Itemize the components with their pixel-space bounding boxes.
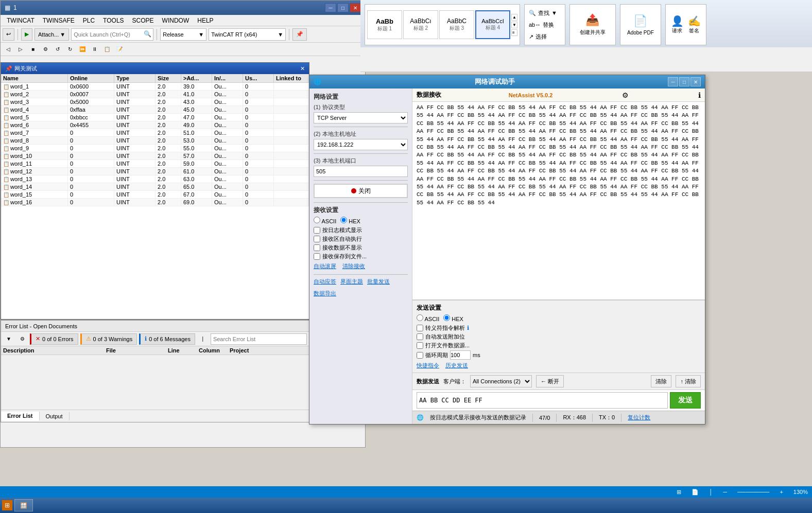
table-row[interactable]: 📋word_10 0 UINT 2.0 57.0 Ou... 0: [1, 152, 309, 160]
send-ascii-radio[interactable]: [417, 314, 423, 321]
local-host-select[interactable]: 192.168.1.222: [314, 139, 408, 150]
table-row[interactable]: 📋word_6 0x4455 UINT 2.0 49.0 Ou... 0: [1, 121, 309, 129]
clear-btn[interactable]: 清除: [651, 375, 671, 387]
recv-log-cb[interactable]: [314, 227, 320, 234]
menu-scope[interactable]: SCOPE: [128, 16, 158, 25]
reset-count-link[interactable]: 复位计数: [628, 414, 650, 421]
create-share-label[interactable]: 创建并共享: [580, 29, 606, 36]
table-row[interactable]: 📋word_12 0 UINT 2.0 61.0 Ou... 0: [1, 168, 309, 175]
table-row[interactable]: 📋word_3 0x5000 UINT 2.0 43.0 Ou... 0: [1, 98, 309, 106]
table-row[interactable]: 📋word_16 0 UINT 2.0 69.0 Ou... 0: [1, 199, 309, 206]
zoom-slider[interactable]: ────────: [737, 489, 769, 495]
zoom-plus[interactable]: +: [780, 489, 783, 495]
send-ascii-label[interactable]: ASCII: [417, 314, 439, 322]
na-max-btn[interactable]: □: [679, 77, 689, 86]
local-port-input[interactable]: [314, 166, 408, 177]
table-row[interactable]: 📋word_13 0 UINT 2.0 63.0 Ou... 0: [1, 175, 309, 183]
na-min-btn[interactable]: ─: [668, 77, 678, 86]
build-btn[interactable]: ⚙: [40, 44, 51, 55]
data-out-link[interactable]: 数据导出: [314, 290, 336, 297]
menu-twincat[interactable]: TWINCAT: [3, 16, 39, 25]
select-btn[interactable]: ↗ 选择: [527, 32, 563, 42]
tab-output[interactable]: Output: [40, 412, 70, 420]
zoom-minus[interactable]: ─: [723, 489, 727, 495]
menu-plc[interactable]: PLC: [79, 16, 99, 25]
errors-filter-btn[interactable]: ✕ 0 of 0 Errors: [30, 333, 78, 345]
replace-btn[interactable]: ab↔ 替换: [527, 20, 563, 30]
style-heading4[interactable]: AaBbCcI 标题 4: [475, 10, 510, 39]
restore-btn[interactable]: □: [337, 3, 349, 12]
clear2-btn[interactable]: ↑ 清除: [676, 375, 701, 387]
request-label[interactable]: 请求: [672, 27, 682, 34]
ui-theme-link[interactable]: 界面主题: [340, 278, 363, 286]
recv-auto-exec-cb[interactable]: [314, 236, 320, 242]
table-row[interactable]: 📋word_15 0 UINT 2.0 67.0 Ou... 0: [1, 191, 309, 199]
table-row[interactable]: 📋word_5 0xbbcc UINT 2.0 47.0 Ou... 0: [1, 114, 309, 121]
sign-label[interactable]: 签名: [689, 27, 699, 34]
messages-filter-btn[interactable]: ℹ 0 of 6 Messages: [139, 333, 195, 345]
style-heading2[interactable]: AaBbCı 标题 2: [403, 10, 438, 39]
auto-screen-link[interactable]: 自动滚屏: [314, 262, 336, 270]
protocol-select[interactable]: TCP Server: [314, 112, 408, 123]
start-btn[interactable]: ⊞: [2, 500, 12, 510]
na-close-btn[interactable]: ✕: [690, 77, 701, 86]
menu-tools[interactable]: TOOLS: [99, 16, 128, 25]
taskbar-item[interactable]: 🪟: [14, 499, 33, 511]
table-row[interactable]: 📋word_11 0 UINT 2.0 59.0 Ou... 0: [1, 160, 309, 168]
vars-close-btn[interactable]: ✕: [300, 65, 305, 72]
nav-fwd-btn[interactable]: ▷: [15, 44, 26, 55]
loop-ms-input[interactable]: [450, 350, 471, 360]
minimize-btn[interactable]: ─: [325, 3, 336, 12]
recv-hex-radio[interactable]: [340, 217, 347, 223]
recv-no-display-cb[interactable]: [314, 244, 320, 251]
error-filter-toggle[interactable]: ⚙: [16, 334, 28, 344]
table-row[interactable]: 📋word_8 0 UINT 2.0 53.0 Ou... 0: [1, 137, 309, 145]
attach-btn[interactable]: Attach... ▼: [34, 28, 69, 41]
target-dropdown[interactable]: TwinCAT RT (x64) ▼: [209, 28, 286, 41]
escape-cb[interactable]: [417, 325, 423, 331]
loop-cb[interactable]: [417, 352, 423, 359]
menu-twinsafe[interactable]: TWINSAFE: [39, 16, 79, 25]
menu-help[interactable]: HELP: [193, 16, 217, 25]
menu-window[interactable]: WINDOW: [158, 16, 194, 25]
styles-up[interactable]: ▲: [511, 14, 517, 21]
styles-down[interactable]: ▼: [511, 22, 517, 28]
recv-save-file-cb[interactable]: [314, 253, 320, 260]
t2-btn8[interactable]: ⏸: [89, 44, 100, 55]
escape-info[interactable]: ℹ: [467, 325, 469, 331]
t2-btn9[interactable]: 📋: [101, 44, 113, 55]
batch-send-link[interactable]: 批量发送: [367, 278, 390, 286]
error-search-input[interactable]: [211, 333, 307, 345]
auto-newline-cb[interactable]: [417, 333, 423, 340]
send-hex-label[interactable]: HEX: [443, 314, 463, 322]
find-btn[interactable]: 🔍 查找 ▼: [527, 8, 563, 18]
style-heading3[interactable]: AaBbC 标题 3: [439, 10, 474, 39]
stop-btn[interactable]: ■: [27, 44, 39, 55]
style-heading1[interactable]: AaBb 标题 1: [367, 10, 402, 39]
open-file-cb[interactable]: [417, 342, 423, 349]
table-row[interactable]: 📋word_7 0 UINT 2.0 51.0 Ou... 0: [1, 129, 309, 137]
nav-back-btn[interactable]: ◁: [3, 44, 14, 55]
error-filter-icon[interactable]: ▼: [3, 334, 14, 344]
table-row[interactable]: 📋word_4 0xffaa UINT 2.0 45.0 Ou... 0: [1, 106, 309, 114]
connect-close-btn[interactable]: 关闭: [314, 184, 408, 198]
tab-error-list[interactable]: Error List: [1, 412, 40, 421]
recv-hex-label[interactable]: HEX: [340, 217, 360, 224]
quick-cmd-link[interactable]: 快捷指令: [417, 362, 439, 369]
table-row[interactable]: 📋word_2 0x0007 UINT 2.0 41.0 Ou... 0: [1, 91, 309, 98]
connections-select[interactable]: All Connections (2): [470, 375, 532, 387]
recv-ascii-label[interactable]: ASCII: [314, 217, 336, 224]
data-receive-area[interactable]: AA FF CC BB 55 44 AA FF CC BB 55 44 AA F…: [412, 102, 705, 300]
undo-btn[interactable]: ↩: [3, 28, 14, 41]
table-row[interactable]: 📋word_9 0 UINT 2.0 55.0 Ou... 0: [1, 145, 309, 152]
play-btn[interactable]: ▶: [21, 28, 32, 41]
send-data-input[interactable]: [417, 392, 668, 409]
clear-recv-link[interactable]: 清除接收: [342, 262, 365, 270]
t2-btn6[interactable]: ↻: [64, 44, 76, 55]
send-btn[interactable]: 发送: [670, 392, 701, 409]
history-send-link[interactable]: 历史发送: [445, 362, 468, 369]
release-dropdown[interactable]: Release ▼: [160, 28, 206, 41]
send-hex-radio[interactable]: [443, 314, 450, 321]
recv-ascii-radio[interactable]: [314, 217, 320, 223]
table-row[interactable]: 📋word_1 0x0600 UINT 2.0 39.0 Ou... 0: [1, 83, 309, 91]
